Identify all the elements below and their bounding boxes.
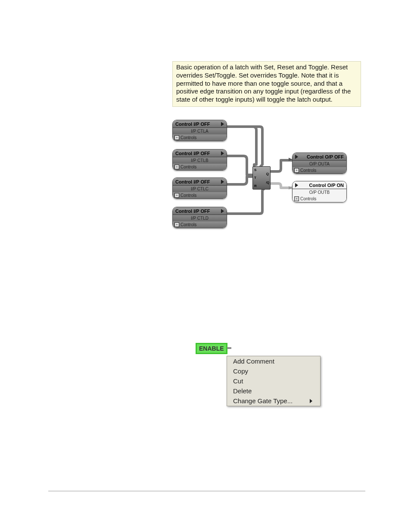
input-arrow-icon [295, 183, 298, 187]
description-note: Basic operation of a latch with Set, Res… [172, 61, 361, 107]
block-sub: O/P OUTB [293, 189, 346, 196]
menu-item-add-comment[interactable]: Add Comment [227, 356, 320, 366]
pin-q: Q [266, 172, 269, 176]
latch-diagram: Control I/P OFF I/P CTLA +Controls Contr… [172, 120, 355, 240]
latch-gate[interactable]: S T R Q /Q [252, 166, 271, 190]
controls-label: Controls [181, 193, 196, 198]
block-title: Control O/P ON [309, 183, 344, 188]
block-input-ctld[interactable]: Control I/P OFF I/P CTLD +Controls [172, 207, 227, 228]
block-output-outa[interactable]: Control O/P OFF O/P OUTA +Controls [292, 152, 347, 174]
block-input-ctlb[interactable]: Control I/P OFF I/P CTLB +Controls [172, 149, 227, 171]
pin-s: S [254, 168, 256, 172]
pin-nq: /Q [266, 181, 269, 184]
menu-item-label: Add Comment [233, 358, 274, 365]
block-title: Control I/P OFF [175, 208, 210, 214]
input-arrow-icon [295, 155, 298, 159]
gate-output-pin [227, 347, 231, 349]
output-arrow-icon [221, 151, 224, 156]
controls-label: Controls [181, 222, 196, 227]
block-sub: I/P CTLC [173, 186, 227, 192]
block-sub: O/P OUTA [293, 161, 346, 167]
menu-item-change-gate-type[interactable]: Change Gate Type... [227, 396, 320, 406]
block-title: Control I/P OFF [175, 179, 210, 184]
expand-icon[interactable]: + [174, 135, 179, 140]
expand-icon[interactable]: + [294, 168, 299, 173]
menu-item-copy[interactable]: Copy [227, 366, 320, 376]
block-title: Control O/P OFF [307, 154, 344, 159]
output-arrow-icon [221, 180, 224, 184]
menu-item-delete[interactable]: Delete [227, 386, 320, 396]
menu-item-label: Cut [233, 377, 243, 385]
enable-gate[interactable]: ENABLE [196, 343, 227, 354]
block-output-outb[interactable]: Control O/P ON O/P OUTB +Controls [292, 181, 347, 202]
block-sub: I/P CTLD [173, 215, 227, 221]
controls-label: Controls [300, 196, 316, 201]
submenu-arrow-icon [310, 399, 312, 403]
menu-item-label: Copy [233, 367, 248, 375]
block-input-ctla[interactable]: Control I/P OFF I/P CTLA +Controls [172, 120, 227, 141]
block-sub: I/P CTLB [173, 157, 227, 164]
controls-label: Controls [181, 165, 196, 169]
output-arrow-icon [221, 209, 224, 213]
expand-icon[interactable]: + [174, 165, 179, 169]
block-title: Control I/P OFF [175, 151, 210, 156]
pin-r: R [254, 184, 257, 188]
pin-t: T [254, 176, 256, 180]
menu-item-label: Change Gate Type... [233, 397, 293, 404]
expand-icon[interactable]: + [174, 193, 179, 198]
menu-item-cut[interactable]: Cut [227, 376, 320, 386]
expand-icon[interactable]: + [294, 196, 299, 201]
output-arrow-icon [221, 122, 224, 126]
expand-icon[interactable]: + [174, 222, 179, 227]
block-sub: I/P CTLA [173, 128, 227, 134]
controls-label: Controls [181, 135, 196, 140]
block-input-ctlc[interactable]: Control I/P OFF I/P CTLC +Controls [172, 177, 227, 199]
menu-item-label: Delete [233, 387, 252, 395]
gate-context-figure: ENABLE Add Comment Copy Cut Delete Chang… [196, 339, 325, 421]
context-menu: Add Comment Copy Cut Delete Change Gate … [227, 356, 321, 406]
block-title: Control I/P OFF [175, 121, 210, 127]
page-footer-rule [48, 491, 365, 492]
controls-label: Controls [300, 168, 316, 173]
